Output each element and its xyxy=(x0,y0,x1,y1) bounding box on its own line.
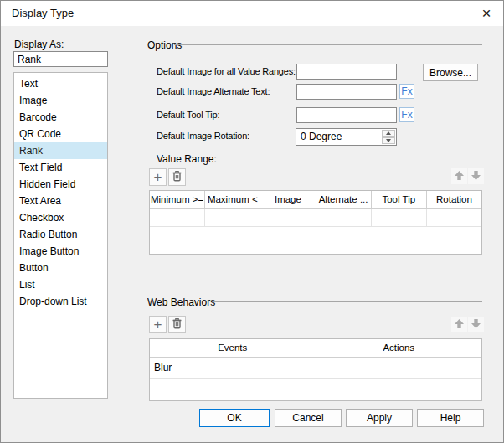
value-range-label: Value Range: xyxy=(157,153,217,165)
table-cell[interactable] xyxy=(316,358,482,378)
column-header: Image xyxy=(260,191,316,208)
options-group-title: Options xyxy=(147,39,182,51)
spin-down-icon xyxy=(386,139,391,142)
trash-icon xyxy=(172,317,183,332)
alternate-text-label: Default Image Alternate Text: xyxy=(157,86,270,96)
web-behaviors-move-up-button[interactable] xyxy=(451,317,467,332)
list-item[interactable]: Radio Button xyxy=(14,226,107,243)
options-group-line xyxy=(174,44,482,45)
rotation-spin-buttons xyxy=(382,130,395,144)
list-item[interactable]: Barcode xyxy=(14,109,107,126)
down-arrow-icon xyxy=(471,170,481,183)
column-header: Tool Tip xyxy=(372,191,427,208)
apply-button[interactable]: Apply xyxy=(346,409,413,427)
table-cell[interactable] xyxy=(205,209,260,226)
alternate-text-input[interactable] xyxy=(296,84,397,100)
column-header: Actions xyxy=(316,339,482,357)
web-behaviors-move-down-button[interactable] xyxy=(468,317,484,332)
list-item[interactable]: Image xyxy=(14,92,107,109)
list-item[interactable]: QR Code xyxy=(14,126,107,142)
display-as-input[interactable] xyxy=(13,51,108,67)
list-item[interactable]: Image Button xyxy=(14,243,107,260)
value-range-add-button[interactable]: + xyxy=(149,168,167,186)
column-header: Alternate ... xyxy=(316,191,372,208)
rotation-value: 0 Degree xyxy=(301,131,342,142)
titlebar: Display Type × xyxy=(1,1,503,26)
ok-button[interactable]: OK xyxy=(199,409,270,427)
display-type-list[interactable]: Text Image Barcode QR Code Rank Text Fie… xyxy=(13,72,108,399)
up-arrow-icon xyxy=(454,318,465,332)
plus-icon: + xyxy=(154,317,162,332)
web-behaviors-add-button[interactable]: + xyxy=(149,316,167,333)
column-header: Rotation xyxy=(427,191,481,208)
list-item[interactable]: Text Area xyxy=(14,193,107,209)
table-cell[interactable] xyxy=(150,209,205,226)
alternate-text-fx-button[interactable]: Fx xyxy=(399,84,414,99)
column-header: Minimum >= xyxy=(150,191,205,208)
list-item[interactable]: Text Field xyxy=(14,159,107,176)
web-behaviors-table-header: Events Actions xyxy=(150,339,481,358)
table-cell[interactable] xyxy=(316,209,372,226)
down-arrow-icon xyxy=(471,318,481,332)
value-range-table: Minimum >= Maximum < Image Alternate ...… xyxy=(149,190,482,255)
spin-up-button[interactable] xyxy=(382,130,395,137)
tooltip-label: Default Tool Tip: xyxy=(157,110,219,120)
cancel-button[interactable]: Cancel xyxy=(275,409,342,427)
trash-icon xyxy=(172,170,183,184)
browse-button[interactable]: Browse... xyxy=(423,64,478,81)
list-item[interactable]: List xyxy=(14,276,107,293)
list-item[interactable]: Rank xyxy=(14,142,107,159)
web-behaviors-table: Events Actions Blur xyxy=(149,338,482,401)
spin-up-icon xyxy=(386,131,391,135)
list-item[interactable]: Hidden Field xyxy=(14,176,107,193)
web-behaviors-delete-button[interactable] xyxy=(168,316,186,333)
rotation-label: Default Image Rotation: xyxy=(157,131,249,141)
dialog-title: Display Type xyxy=(12,7,74,19)
default-image-input[interactable] xyxy=(296,64,397,80)
rotation-spinner[interactable]: 0 Degree xyxy=(296,128,397,146)
list-item[interactable]: Drop-down List xyxy=(14,293,107,310)
default-image-label: Default Image for all Value Ranges: xyxy=(157,66,296,76)
web-behaviors-group-line xyxy=(213,301,482,302)
table-row[interactable]: Blur xyxy=(150,358,481,379)
display-as-label: Display As: xyxy=(14,39,64,50)
display-type-dialog: Display Type × Display As: Text Image Ba… xyxy=(0,0,504,443)
value-range-table-header: Minimum >= Maximum < Image Alternate ...… xyxy=(150,191,481,209)
list-item[interactable]: Checkbox xyxy=(14,209,107,226)
help-button[interactable]: Help xyxy=(417,409,484,427)
column-header: Maximum < xyxy=(205,191,260,208)
tooltip-input[interactable] xyxy=(296,107,397,123)
tooltip-fx-button[interactable]: Fx xyxy=(399,107,414,122)
value-range-move-up-button[interactable] xyxy=(451,168,467,184)
table-cell[interactable] xyxy=(372,209,427,226)
table-cell[interactable] xyxy=(427,209,481,226)
list-item[interactable]: Button xyxy=(14,260,107,276)
close-button[interactable]: × xyxy=(476,4,497,23)
plus-icon: + xyxy=(154,170,162,184)
up-arrow-icon xyxy=(454,170,465,183)
table-cell[interactable]: Blur xyxy=(150,358,316,378)
spin-down-button[interactable] xyxy=(382,137,395,144)
value-range-delete-button[interactable] xyxy=(168,168,186,186)
value-range-move-down-button[interactable] xyxy=(468,168,484,184)
column-header: Events xyxy=(150,339,316,357)
table-cell[interactable] xyxy=(260,209,316,226)
table-row[interactable] xyxy=(150,209,481,227)
close-icon: × xyxy=(481,4,491,22)
web-behaviors-group-title: Web Behaviors xyxy=(147,296,215,308)
list-item[interactable]: Text xyxy=(14,75,107,92)
